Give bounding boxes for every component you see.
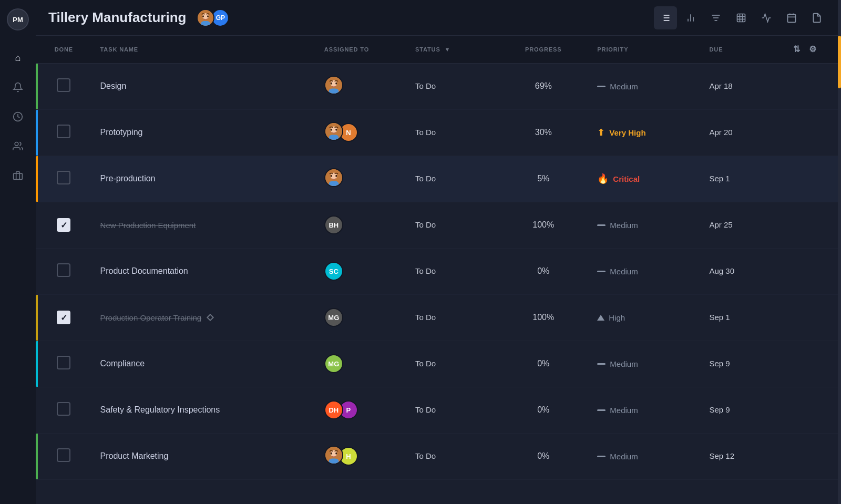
doc-view-btn[interactable] [805, 6, 828, 29]
table-row: Design To Do 69% Medium Ap [36, 63, 841, 109]
due-date-value: Apr 18 [710, 81, 733, 90]
sort-rows-icon[interactable]: ⇅ [793, 44, 801, 54]
sidebar-item-history[interactable] [7, 106, 28, 127]
task-checkbox[interactable] [57, 171, 70, 184]
svg-point-32 [330, 83, 332, 85]
filter-rows-icon[interactable]: ⚙ [809, 44, 817, 54]
progress-cell: 69% [498, 63, 589, 109]
status-cell: To Do [407, 63, 498, 109]
assigned-to-cell: MG [316, 341, 407, 387]
main-content: Tillery Manufacturing GP [36, 0, 841, 504]
table-row: Product Documentation SC To Do 0% Medium… [36, 248, 841, 294]
assigned-to-cell: N [316, 109, 407, 156]
due-date-cell: Sep 1 [701, 294, 785, 341]
task-name-cell: Safety & Regulatory Inspections [92, 387, 316, 433]
table-row: Production Operator Training MG To Do 10… [36, 294, 841, 341]
status-badge: To Do [415, 128, 436, 137]
svg-rect-2 [14, 173, 23, 180]
task-checkbox[interactable] [57, 218, 70, 232]
topbar: Tillery Manufacturing GP [36, 0, 841, 36]
done-cell [36, 341, 92, 387]
row-actions-cell [785, 341, 841, 387]
status-badge: To Do [415, 174, 436, 183]
col-header-actions: ⇅ ⚙ [785, 36, 841, 63]
svg-rect-41 [329, 181, 339, 187]
task-name-cell: Product Documentation [92, 248, 316, 294]
row-actions-cell [785, 109, 841, 156]
row-actions-cell [785, 433, 841, 479]
assigned-to-cell [316, 156, 407, 202]
priority-cell: Medium [589, 387, 701, 433]
status-cell: To Do [407, 387, 498, 433]
sidebar-item-users[interactable] [7, 136, 28, 157]
col-header-priority: PRIORITY [589, 36, 701, 63]
task-name-cell: Pre-production [92, 156, 316, 202]
right-scrollbar-thumb[interactable] [838, 36, 841, 88]
done-cell [36, 387, 92, 433]
project-title: Tillery Manufacturing [48, 9, 186, 26]
assigned-to-cell: BH [316, 202, 407, 248]
progress-value: 0% [537, 405, 549, 414]
svg-rect-20 [737, 14, 745, 22]
task-checkbox[interactable] [57, 263, 70, 277]
task-checkbox[interactable] [57, 78, 70, 92]
table-view-btn[interactable] [730, 6, 753, 29]
task-checkbox[interactable] [57, 125, 70, 138]
svg-rect-46 [329, 458, 339, 465]
svg-point-38 [335, 129, 337, 131]
done-cell [36, 156, 92, 202]
right-scrollbar-track [838, 0, 841, 504]
priority-cell: 🔥 Critical [589, 156, 701, 202]
chart-view-btn[interactable] [679, 6, 702, 29]
done-cell [36, 202, 92, 248]
progress-cell: 5% [498, 156, 589, 202]
calendar-view-btn[interactable] [780, 6, 803, 29]
svg-point-33 [335, 83, 337, 85]
svg-point-1 [15, 142, 18, 146]
list-view-btn[interactable] [654, 6, 677, 29]
filter-view-btn[interactable] [704, 6, 727, 29]
due-date-cell: Sep 1 [701, 156, 785, 202]
progress-value: 100% [532, 313, 554, 322]
due-date-value: Apr 20 [710, 128, 733, 137]
status-badge: To Do [415, 266, 436, 275]
progress-value: 0% [537, 266, 549, 275]
sidebar-item-notifications[interactable] [7, 77, 28, 98]
table-header-row: DONE TASK NAME ASSIGNED TO STATUS ▼ PROG… [36, 36, 841, 63]
priority-cell: Medium [589, 63, 701, 109]
priority-dash-icon [597, 271, 606, 272]
task-checkbox[interactable] [57, 448, 70, 462]
sidebar-item-home[interactable]: ⌂ [7, 47, 28, 68]
priority-dash-icon [597, 224, 606, 226]
priority-dash-icon [597, 363, 606, 365]
priority-cell: ⬆ Very High [589, 109, 701, 156]
status-badge: To Do [415, 81, 436, 90]
app-logo[interactable]: PM [7, 8, 29, 30]
assigned-to-cell: DHP [316, 387, 407, 433]
task-name-cell: New Production Equipment [92, 202, 316, 248]
topbar-tools [654, 6, 828, 29]
status-cell: To Do [407, 433, 498, 479]
avatar-user1[interactable] [197, 9, 214, 27]
status-sort-icon: ▼ [445, 46, 451, 53]
task-checkbox[interactable] [57, 356, 70, 369]
task-name-cell: Design [92, 63, 316, 109]
task-checkbox[interactable] [57, 402, 70, 416]
due-date-cell: Apr 18 [701, 63, 785, 109]
task-checkbox[interactable] [57, 311, 70, 324]
col-header-task: TASK NAME [92, 36, 316, 63]
col-header-status[interactable]: STATUS ▼ [407, 36, 498, 63]
due-date-value: Sep 1 [710, 313, 730, 322]
diamond-icon [207, 314, 214, 321]
table-row: Prototyping N To Do 30% ⬆ Very High [36, 109, 841, 156]
priority-arrow-icon: ⬆ [597, 127, 605, 138]
sidebar-item-portfolio[interactable] [7, 165, 28, 186]
col-header-assigned: ASSIGNED TO [316, 36, 407, 63]
svg-point-6 [202, 15, 204, 17]
assigned-to-cell: H [316, 433, 407, 479]
task-name-cell: Product Marketing [92, 433, 316, 479]
activity-view-btn[interactable] [755, 6, 778, 29]
task-name-cell: Prototyping [92, 109, 316, 156]
done-cell [36, 109, 92, 156]
due-date-cell: Apr 25 [701, 202, 785, 248]
